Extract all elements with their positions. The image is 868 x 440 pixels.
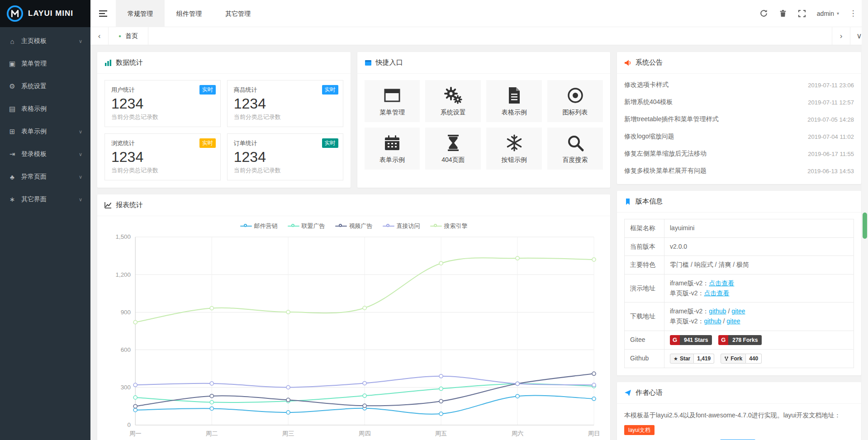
framework-name: layuimini — [664, 219, 854, 238]
download-github-link[interactable]: github — [704, 317, 721, 325]
legend-item[interactable]: 直接访问 — [383, 222, 420, 230]
stat-name: 订单统计 — [234, 139, 337, 147]
clear-cache-button[interactable] — [773, 0, 792, 27]
list-item[interactable]: 新增系统404模板 2019-07-11 12:57 — [624, 94, 854, 111]
legend-label: 直接访问 — [397, 222, 420, 230]
demo-iframe-link[interactable]: 点击查看 — [709, 279, 734, 287]
sidebar-item-label: 表单示例 — [21, 128, 47, 136]
list-item[interactable]: 修改logo缩放问题 2019-07-04 11:02 — [624, 128, 854, 145]
quick-tile-form-example[interactable]: 表单示例 — [365, 128, 420, 170]
row-label: 当前版本 — [625, 237, 664, 256]
legend-item[interactable]: 邮件营销 — [240, 222, 278, 230]
sidebar-item-menu-management[interactable]: ▣ 菜单管理 — [0, 52, 90, 75]
legend-item[interactable]: 联盟广告 — [288, 222, 325, 230]
gitee-forks-badge[interactable]: G278 Forks — [718, 335, 762, 345]
page-scrollbar-thumb[interactable] — [863, 213, 867, 239]
top-tab-other-management[interactable]: 其它管理 — [213, 0, 262, 27]
active-dot-icon: ● — [119, 34, 121, 38]
top-header: 常规管理 组件管理 其它管理 — [90, 0, 868, 27]
gitee-stars-badge[interactable]: G941 Stars — [670, 335, 712, 345]
app-logo-icon — [6, 5, 24, 22]
quick-tile-table-example[interactable]: 表格示例 — [486, 80, 542, 122]
page-content: 数据统计 用户统计 1234 当前分类总记录数 实时 — [90, 45, 868, 440]
tab-scroll-left-button[interactable]: ‹ — [90, 27, 109, 45]
sidebar-item-form-example[interactable]: ⊞ 表单示例 ∨ — [0, 120, 90, 143]
refresh-button[interactable] — [754, 0, 773, 27]
legend-item[interactable]: 搜索引擎 — [430, 222, 468, 230]
quick-tile-icon-list[interactable]: 图标列表 — [547, 80, 603, 122]
quick-tile-label: 表单示例 — [379, 156, 405, 164]
fullscreen-button[interactable] — [792, 0, 811, 27]
more-menu-button[interactable]: ⋮ — [844, 0, 862, 27]
svg-text:周日: 周日 — [588, 430, 600, 437]
bookmark-icon — [624, 198, 631, 205]
github-star-count: 1,419 — [694, 354, 714, 364]
quick-tile-button-example[interactable]: 按钮示例 — [486, 128, 542, 170]
snowflake-icon — [505, 134, 523, 152]
sidebar-item-error-pages[interactable]: ♣ 异常页面 ∨ — [0, 166, 90, 188]
logo-bar[interactable]: LAYUI MINI — [0, 0, 90, 27]
list-item[interactable]: 修改选项卡样式 2019-07-11 23:06 — [624, 76, 854, 94]
quick-tile-system-settings[interactable]: 系统设置 — [425, 80, 481, 122]
chevron-left-icon: ‹ — [98, 32, 101, 41]
quick-tile-404-page[interactable]: 404页面 — [425, 128, 481, 170]
list-item[interactable]: 新增treetable插件和菜单管理样式 2019-07-05 14:28 — [624, 111, 854, 128]
demo-single-link[interactable]: 点击查看 — [704, 289, 729, 297]
author-line2: 技术交流QQ群（667810840）： layui交流群 — [624, 438, 854, 440]
legend-item[interactable]: 视频广告 — [335, 222, 373, 230]
caret-down-icon: ▾ — [837, 11, 839, 16]
more-vertical-icon: ⋮ — [849, 9, 857, 18]
sidebar-item-label: 表格示例 — [21, 105, 47, 113]
card-header: 版本信息 — [617, 191, 861, 213]
error-page-icon: ♣ — [8, 173, 16, 181]
fork-icon — [724, 356, 729, 361]
stat-panel-orders[interactable]: 订单统计 1234 当前分类总记录数 实时 — [227, 133, 343, 180]
github-star-button[interactable]: ★Star 1,419 — [670, 354, 714, 364]
top-tab-component-management[interactable]: 组件管理 — [165, 0, 213, 27]
download-gitee-link[interactable]: gitee — [731, 308, 745, 315]
stat-panel-views[interactable]: 浏览统计 1234 当前分类总记录数 实时 — [104, 133, 221, 180]
notice-date: 2019-06-17 11:55 — [808, 151, 854, 157]
demo-line-iframe: iframe版-v2：点击查看 — [670, 279, 848, 289]
tab-home[interactable]: ● 首页 — [109, 27, 148, 45]
page-scrollbar-track[interactable] — [862, 0, 868, 440]
github-fork-button[interactable]: Fork 440 — [721, 354, 762, 364]
quick-entry-card: 快捷入口 菜单管理 — [357, 52, 611, 188]
report-chart[interactable]: 03006009001,2001,500周一周二周三周四周五周六周日 — [97, 231, 610, 440]
download-gitee-link[interactable]: gitee — [726, 317, 740, 325]
layui-doc-badge[interactable]: layui文档 — [624, 425, 655, 435]
search-icon — [566, 134, 584, 152]
card-header: 数据统计 — [97, 52, 351, 74]
download-github-link[interactable]: github — [709, 308, 726, 315]
stat-panel-users[interactable]: 用户统计 1234 当前分类总记录数 实时 — [104, 80, 221, 127]
card-header: 快捷入口 — [357, 52, 611, 74]
user-menu[interactable]: admin ▾ — [811, 0, 844, 27]
legend-label: 邮件营销 — [254, 222, 278, 230]
stat-value: 1234 — [111, 95, 214, 112]
stat-name: 商品统计 — [234, 86, 337, 94]
card-title: 系统公告 — [636, 58, 663, 67]
stat-panel-goods[interactable]: 商品统计 1234 当前分类总记录数 实时 — [227, 80, 343, 127]
sidebar-item-login-template[interactable]: ⇥ 登录模板 ∨ — [0, 143, 90, 166]
list-item[interactable]: 修复多模块菜单栏展开有问题 2019-06-13 14:53 — [624, 162, 854, 180]
quick-tile-label: 404页面 — [441, 156, 465, 164]
stat-desc: 当前分类总记录数 — [234, 113, 337, 121]
stat-desc: 当前分类总记录数 — [111, 113, 214, 121]
quick-tile-menu-management[interactable]: 菜单管理 — [365, 80, 420, 122]
quick-tile-label: 菜单管理 — [379, 109, 405, 117]
sidebar-item-system-settings[interactable]: ⚙ 系统设置 — [0, 75, 90, 98]
svg-text:600: 600 — [121, 346, 131, 353]
current-version: v2.0.0 — [664, 237, 854, 256]
notice-text: 修改logo缩放问题 — [624, 132, 674, 141]
tab-scroll-right-button[interactable]: › — [832, 27, 850, 45]
sidebar-item-other-ui[interactable]: ∗ 其它界面 ∨ — [0, 188, 90, 211]
top-tab-regular-management[interactable]: 常规管理 — [116, 0, 165, 27]
notice-date: 2019-07-05 14:28 — [807, 116, 854, 123]
tab-home-label: 首页 — [125, 32, 138, 40]
sidebar-item-home-template[interactable]: ⌂ 主页模板 ∨ — [0, 30, 90, 52]
author-words-card: 作者心语 本模板基于layui2.5.4以及font-awesome-4.7.0… — [617, 382, 861, 440]
sidebar-item-table-example[interactable]: ▤ 表格示例 — [0, 98, 90, 120]
collapse-sidebar-button[interactable] — [90, 0, 116, 27]
quick-tile-baidu-search[interactable]: 百度搜索 — [547, 128, 603, 170]
list-item[interactable]: 修复左侧菜单缩放后无法移动 2019-06-17 11:55 — [624, 145, 854, 162]
